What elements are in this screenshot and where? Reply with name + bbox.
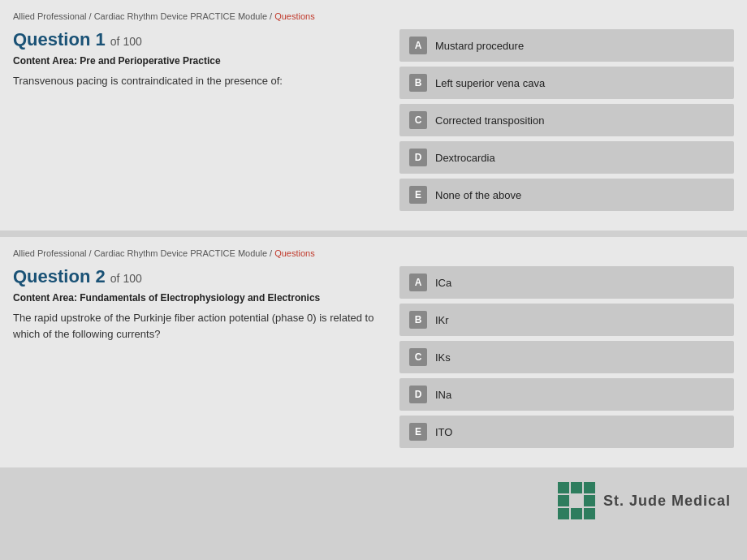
- q1-option-c[interactable]: C Corrected transposition: [399, 104, 734, 136]
- question-2-body: Question 2 of 100 Content Area: Fundamen…: [13, 266, 734, 453]
- logo-cell-8: [571, 508, 582, 519]
- logo-cell-3: [584, 482, 595, 493]
- breadcrumb-base-1: Allied Professional / Cardiac Rhythm Dev…: [13, 11, 274, 21]
- q1-option-a-text: Mustard procedure: [435, 40, 524, 52]
- question-2-block: Allied Professional / Cardiac Rhythm Dev…: [0, 237, 747, 467]
- q1-option-e[interactable]: E None of the above: [399, 179, 734, 211]
- breadcrumb-1: Allied Professional / Cardiac Rhythm Dev…: [13, 11, 734, 21]
- q2-option-e[interactable]: E ITO: [399, 416, 734, 448]
- breadcrumb-link-2[interactable]: Questions: [274, 248, 315, 258]
- q1-option-b-text: Left superior vena cava: [435, 77, 545, 89]
- footer: St. Jude Medical: [0, 474, 747, 528]
- q2-option-a-text: ICa: [435, 277, 451, 289]
- logo-cell-1: [558, 482, 569, 493]
- question-1-answers: A Mustard procedure B Left superior vena…: [399, 29, 734, 216]
- question-1-body: Question 1 of 100 Content Area: Pre and …: [13, 29, 734, 216]
- question-2-content-area: Content Area: Fundamentals of Electrophy…: [13, 292, 386, 304]
- q2-option-d[interactable]: D INa: [399, 378, 734, 411]
- q2-option-b-letter: B: [409, 311, 427, 329]
- question-2-answers: A ICa B IKr C IKs D INa E ITO: [399, 266, 734, 453]
- q1-option-e-letter: E: [409, 186, 427, 204]
- logo-grid-icon: [558, 482, 595, 519]
- logo-cell-7: [558, 508, 569, 519]
- question-1-title: Question 1 of 100: [13, 29, 386, 50]
- question-1-text: Transvenous pacing is contraindicated in…: [13, 73, 386, 89]
- question-1-left: Question 1 of 100 Content Area: Pre and …: [13, 29, 386, 216]
- q1-option-d[interactable]: D Dextrocardia: [399, 141, 734, 174]
- q2-option-c-text: IKs: [435, 351, 451, 364]
- logo-text: St. Jude Medical: [603, 493, 731, 510]
- breadcrumb-base-2: Allied Professional / Cardiac Rhythm Dev…: [13, 248, 274, 258]
- q1-option-c-letter: C: [409, 111, 427, 129]
- q1-option-c-text: Corrected transposition: [435, 114, 544, 127]
- question-1-number: Question 1: [13, 29, 106, 50]
- q1-option-d-text: Dextrocardia: [435, 152, 495, 164]
- logo-area: St. Jude Medical: [558, 482, 731, 519]
- question-1-block: Allied Professional / Cardiac Rhythm Dev…: [0, 0, 747, 230]
- q2-option-b-text: IKr: [435, 314, 449, 326]
- q1-option-d-letter: D: [409, 149, 427, 166]
- q2-option-d-letter: D: [409, 386, 427, 403]
- question-2-text: The rapid upstroke of the Purkinje fiber…: [13, 310, 386, 342]
- question-1-content-area: Content Area: Pre and Perioperative Prac…: [13, 55, 386, 67]
- q1-option-a[interactable]: A Mustard procedure: [399, 29, 734, 62]
- question-2-number: Question 2: [13, 266, 106, 286]
- q2-option-e-letter: E: [409, 423, 427, 441]
- breadcrumb-2: Allied Professional / Cardiac Rhythm Dev…: [13, 248, 734, 258]
- logo-cell-5: [571, 495, 582, 506]
- q2-option-a-letter: A: [409, 274, 427, 291]
- logo-cell-6: [584, 495, 595, 506]
- q2-option-c-letter: C: [409, 348, 427, 366]
- question-1-of: of 100: [110, 35, 142, 48]
- q1-option-b[interactable]: B Left superior vena cava: [399, 67, 734, 99]
- logo-cell-2: [571, 482, 582, 493]
- q2-option-e-text: ITO: [435, 426, 452, 438]
- q2-option-c[interactable]: C IKs: [399, 341, 734, 373]
- q1-option-b-letter: B: [409, 74, 427, 92]
- q2-option-a[interactable]: A ICa: [399, 266, 734, 299]
- question-2-left: Question 2 of 100 Content Area: Fundamen…: [13, 266, 386, 453]
- q1-option-e-text: None of the above: [435, 189, 521, 201]
- q1-option-a-letter: A: [409, 37, 427, 54]
- question-2-of: of 100: [110, 272, 142, 285]
- logo-cell-4: [558, 495, 569, 506]
- breadcrumb-link-1[interactable]: Questions: [274, 11, 315, 21]
- logo-cell-9: [584, 508, 595, 519]
- q2-option-b[interactable]: B IKr: [399, 304, 734, 336]
- q2-option-d-text: INa: [435, 389, 451, 401]
- question-2-title: Question 2 of 100: [13, 266, 386, 287]
